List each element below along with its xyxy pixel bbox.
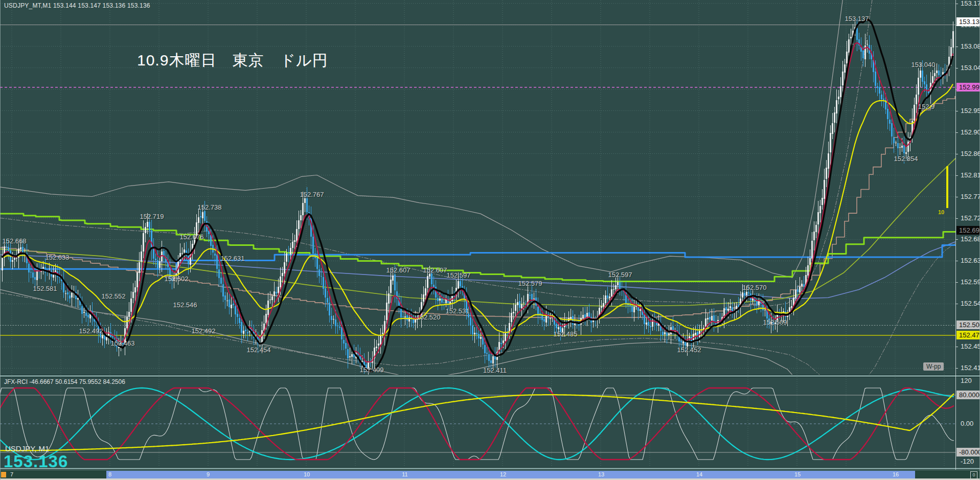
- price-axis-tick-label: 153.085: [961, 42, 980, 50]
- time-axis-label: 14: [696, 471, 702, 477]
- indicator-name-readout: JFX-RCI -46.6667 50.6154 75.9552 84.2506: [4, 378, 125, 385]
- price-axis-tick: [956, 47, 958, 47]
- mt4-chart-window: USDJPY_MT,M1 153.144 153.147 153.136 153…: [0, 0, 980, 480]
- price-axis-tick: [956, 197, 958, 197]
- price-axis-tick-label: 152.680: [961, 235, 980, 243]
- price-axis-tick: [956, 218, 958, 219]
- price-marker-box: 152.500: [956, 321, 980, 329]
- price-axis-tick: [956, 261, 958, 261]
- candlestick-chart-canvas[interactable]: [0, 0, 955, 478]
- indicator-level-label: -120: [961, 458, 974, 465]
- time-axis-label: 8: [108, 471, 111, 477]
- price-axis-tick: [956, 304, 958, 304]
- price-axis-tick-label: 152.410: [961, 364, 980, 372]
- indicator-level-box: 80.0000: [956, 391, 980, 399]
- price-axis-tick-label: 152.455: [961, 342, 980, 350]
- price-axis-tick-label: 152.905: [961, 128, 980, 136]
- price-marker-box: 152.699: [956, 226, 980, 235]
- price-axis-tick-label: 153.040: [961, 64, 980, 72]
- price-axis-tick: [956, 175, 958, 176]
- panel-divider[interactable]: [0, 375, 980, 377]
- price-axis-tick-label: 152.860: [961, 150, 980, 157]
- time-axis-label: 10: [304, 471, 310, 477]
- chart-annotation-title: 10.9木曜日 東京 ドル円: [137, 50, 328, 71]
- time-axis-label: 12: [500, 471, 506, 477]
- price-axis-tick: [956, 111, 958, 111]
- indicator-level-label: 0.00: [961, 420, 973, 427]
- price-axis-tick-label: 152.770: [961, 193, 980, 200]
- price-marker-box: 152.999: [956, 83, 980, 92]
- time-axis-scrollbar[interactable]: 0 78910111213141516: [0, 470, 980, 479]
- price-axis-tick-label: 152.950: [961, 107, 980, 115]
- time-axis-label: 11: [402, 471, 407, 477]
- time-axis-label: 9: [207, 471, 210, 477]
- price-axis-tick: [956, 368, 958, 369]
- price-axis-tick-label: 152.635: [961, 257, 980, 264]
- price-axis-tick-label: 152.725: [961, 214, 980, 222]
- window-left-edge: [0, 0, 1, 480]
- price-axis[interactable]: 153.175153.130153.085153.040152.995152.9…: [955, 0, 980, 478]
- scroll-home-marker[interactable]: [1, 472, 6, 477]
- price-axis-tick-label: 152.545: [961, 300, 980, 307]
- price-axis-tick: [956, 282, 958, 283]
- price-axis-tick: [956, 132, 958, 133]
- price-axis-tick-label: 152.815: [961, 171, 980, 179]
- price-marker-box: 152.479: [956, 331, 980, 339]
- price-axis-tick: [956, 4, 958, 4]
- price-marker-box: 153.136: [956, 17, 980, 26]
- time-axis-label: 15: [794, 471, 801, 477]
- price-axis-tick-label: 153.175: [961, 0, 980, 7]
- indicator-level-label: 120: [961, 377, 972, 384]
- symbol-ohlc-readout: USDJPY_MT,M1 153.144 153.147 153.136 153…: [4, 2, 150, 9]
- scrollbar-end-cap[interactable]: 0: [970, 471, 977, 479]
- time-axis-label: 16: [893, 471, 899, 477]
- time-axis-labels: 78910111213141516: [0, 470, 980, 479]
- price-axis-tick: [956, 68, 958, 68]
- time-axis-label: 7: [10, 471, 13, 477]
- price-axis-tick: [956, 347, 958, 347]
- price-axis-tick: [956, 154, 958, 154]
- price-axis-tick-label: 152.590: [961, 278, 980, 286]
- time-axis-label: 13: [598, 471, 604, 477]
- weekly-pivot-label: W-pp: [923, 362, 944, 371]
- price-axis-tick: [956, 239, 958, 240]
- indicator-level-box: -80.0000: [956, 448, 980, 456]
